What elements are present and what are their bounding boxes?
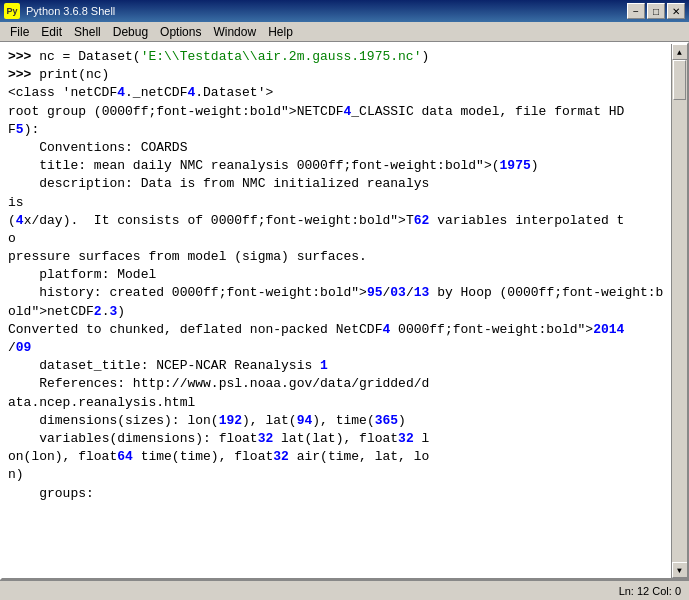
shell-content[interactable]: >>> nc = Dataset('E:\\Testdata\\air.2m.g… [2, 44, 671, 578]
app-icon: Py [4, 3, 20, 19]
menu-item-window[interactable]: Window [207, 23, 262, 41]
scroll-down-button[interactable]: ▼ [672, 562, 688, 578]
menu-item-file[interactable]: File [4, 23, 35, 41]
close-button[interactable]: ✕ [667, 3, 685, 19]
menu-item-options[interactable]: Options [154, 23, 207, 41]
menu-item-shell[interactable]: Shell [68, 23, 107, 41]
title-bar-content: Py Python 3.6.8 Shell [4, 3, 115, 19]
minimize-button[interactable]: − [627, 3, 645, 19]
main-window: >>> nc = Dataset('E:\\Testdata\\air.2m.g… [0, 42, 689, 580]
title-bar: Py Python 3.6.8 Shell − □ ✕ [0, 0, 689, 22]
status-bar: Ln: 12 Col: 0 [0, 580, 689, 600]
scrollbar-thumb[interactable] [673, 60, 686, 100]
status-text: Ln: 12 Col: 0 [619, 585, 681, 597]
menu-bar: FileEditShellDebugOptionsWindowHelp [0, 22, 689, 42]
window-title: Python 3.6.8 Shell [26, 5, 115, 17]
menu-item-edit[interactable]: Edit [35, 23, 68, 41]
scrollbar-track[interactable] [672, 60, 687, 562]
shell-area: >>> nc = Dataset('E:\\Testdata\\air.2m.g… [2, 44, 687, 578]
window-controls: − □ ✕ [627, 3, 685, 19]
maximize-button[interactable]: □ [647, 3, 665, 19]
menu-item-debug[interactable]: Debug [107, 23, 154, 41]
vertical-scrollbar[interactable]: ▲ ▼ [671, 44, 687, 578]
menu-item-help[interactable]: Help [262, 23, 299, 41]
scroll-up-button[interactable]: ▲ [672, 44, 688, 60]
